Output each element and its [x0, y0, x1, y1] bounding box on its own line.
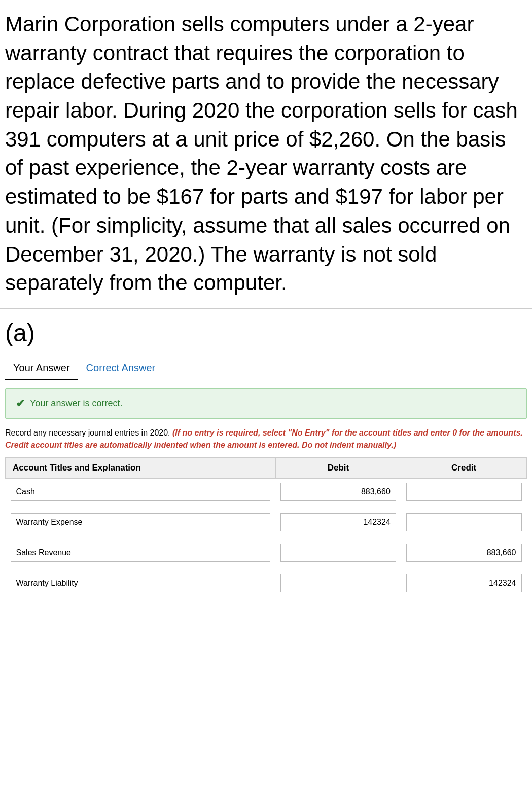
instructions: Record any necessary journal entries in … [0, 427, 532, 457]
journal-table: Account Titles and Explanation Debit Cre… [5, 457, 527, 600]
account-input[interactable] [11, 544, 271, 562]
table-row [6, 478, 527, 507]
tab-correct-answer[interactable]: Correct Answer [78, 357, 164, 380]
header-credit: Credit [401, 457, 527, 478]
correct-banner-text: Your answer is correct. [30, 398, 122, 409]
credit-input[interactable] [406, 483, 522, 501]
header-account: Account Titles and Explanation [6, 457, 276, 478]
instructions-plain: Record any necessary journal entries in … [5, 428, 172, 437]
header-debit: Debit [275, 457, 401, 478]
section-label: (a) [0, 309, 532, 352]
checkmark-icon: ✔ [16, 397, 25, 410]
debit-input[interactable] [280, 574, 396, 592]
tab-your-answer[interactable]: Your Answer [5, 357, 78, 380]
tabs-container: Your Answer Correct Answer [0, 357, 532, 380]
account-input[interactable] [11, 574, 271, 592]
credit-input[interactable] [406, 574, 522, 592]
table-row [6, 537, 527, 568]
account-input[interactable] [11, 483, 271, 501]
debit-input[interactable] [280, 483, 396, 501]
credit-input[interactable] [406, 544, 522, 562]
section-letter: (a) [5, 319, 35, 346]
problem-statement: Marin Corporation sells computers under … [5, 12, 518, 295]
table-row [6, 507, 527, 537]
debit-input[interactable] [280, 513, 396, 531]
correct-banner: ✔ Your answer is correct. [5, 388, 527, 419]
problem-text: Marin Corporation sells computers under … [0, 0, 532, 309]
credit-input[interactable] [406, 513, 522, 531]
table-row [6, 568, 527, 598]
debit-input[interactable] [280, 544, 396, 562]
account-input[interactable] [11, 513, 271, 531]
